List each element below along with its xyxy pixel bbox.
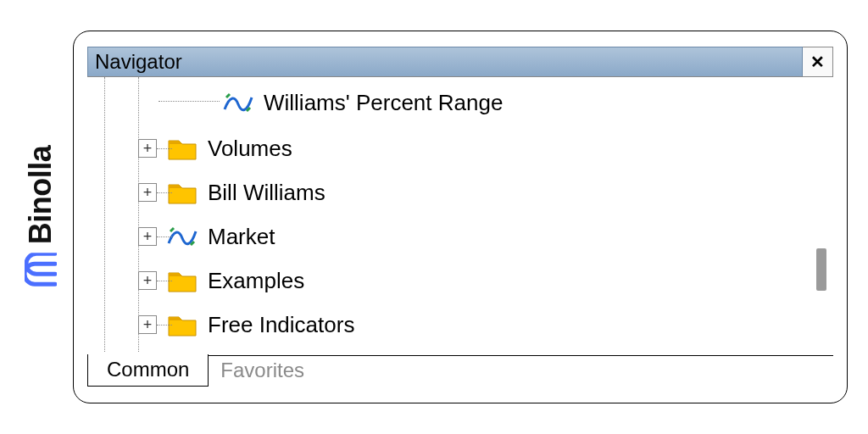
expand-button[interactable]: +	[138, 227, 157, 246]
tree-item-indicator[interactable]: Williams' Percent Range	[223, 82, 503, 123]
tree-item-label: Volumes	[208, 136, 292, 162]
tree-connector	[157, 148, 172, 149]
tree-item-folder[interactable]: + Bill Williams	[138, 172, 326, 213]
tree-guide-line	[104, 77, 105, 355]
tree-connector	[157, 281, 172, 281]
tree-connector	[157, 325, 172, 326]
tab-bar: Common Favorites	[87, 355, 833, 387]
tree-item-label: Examples	[208, 268, 304, 294]
tree-connector	[159, 101, 220, 102]
close-button[interactable]: ✕	[803, 47, 833, 76]
expand-button[interactable]: +	[138, 139, 157, 158]
plus-icon: +	[143, 273, 153, 288]
close-icon: ✕	[810, 52, 825, 72]
brand-logo-icon	[25, 253, 57, 288]
plus-icon: +	[143, 317, 153, 332]
tree-item-label: Free Indicators	[208, 312, 354, 338]
tree-item-label: Williams' Percent Range	[264, 90, 503, 116]
plus-icon: +	[143, 185, 153, 200]
tab-common[interactable]: Common	[87, 354, 209, 387]
expand-button[interactable]: +	[138, 183, 157, 202]
tree-item-label: Bill Williams	[208, 180, 326, 206]
expand-button[interactable]: +	[138, 271, 157, 290]
tree-connector	[157, 192, 172, 193]
scrollbar-thumb[interactable]	[816, 248, 826, 291]
tree-item-folder[interactable]: + Examples	[138, 260, 304, 301]
tab-favorites[interactable]: Favorites	[209, 355, 323, 387]
brand-name: Binolla	[23, 146, 58, 245]
tree-item-label: Market	[208, 224, 275, 250]
title-bar: Navigator ✕	[87, 47, 833, 77]
tree-item-folder[interactable]: + Volumes	[138, 128, 292, 169]
tree-connector	[157, 236, 172, 237]
tree-item-folder[interactable]: + Market	[138, 216, 275, 257]
tree-item-folder[interactable]: + Free Indicators	[138, 304, 354, 345]
navigator-tree: Williams' Percent Range + Volumes + Bill…	[87, 77, 833, 355]
indicator-icon	[223, 91, 253, 114]
plus-icon: +	[143, 229, 153, 244]
brand: Binolla	[23, 146, 58, 289]
plus-icon: +	[143, 141, 153, 156]
expand-button[interactable]: +	[138, 315, 157, 334]
navigator-panel: Navigator ✕ Williams' Percent Range + Vo…	[73, 31, 848, 403]
panel-title: Navigator	[87, 47, 803, 76]
